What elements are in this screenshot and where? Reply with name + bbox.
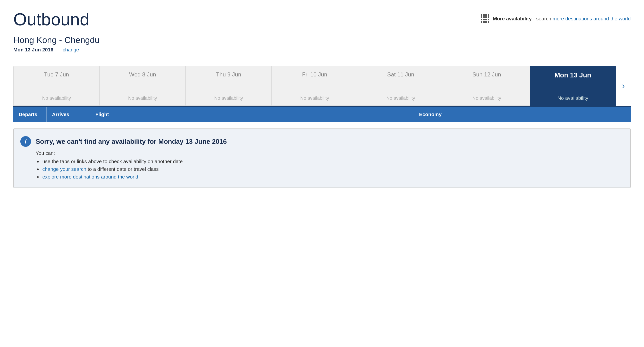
top-bar: Outbound More availability - search more… [13,10,631,29]
date-tabs-container: Tue 7 JunNo availabilityWed 8 JunNo avai… [13,66,631,106]
you-can-label: You can: [36,150,622,156]
change-search-link[interactable]: change your search [42,166,86,172]
suggestion-text-1: use the tabs or links above to check ava… [42,158,183,164]
page-container: Outbound More availability - search more… [0,0,644,347]
date-tab-6[interactable]: Sun 12 JunNo availability [444,66,530,106]
no-avail-title: Sorry, we can't find any availability fo… [36,138,227,145]
tab-date-label-5: Sat 11 Jun [387,71,414,78]
page-title: Outbound [13,10,89,29]
route-name: Hong Kong - Chengdu [13,35,631,45]
col-departs: Departs [13,107,47,122]
col-economy: Economy [230,107,631,122]
date-tab-2[interactable]: Wed 8 JunNo availability [99,66,185,106]
suggestion-item-1: use the tabs or links above to check ava… [42,158,622,164]
selected-date: Mon 13 Jun 2016 [13,47,53,52]
suggestion-list: use the tabs or links above to check ava… [36,158,622,180]
tab-date-label-1: Tue 7 Jun [44,71,69,78]
suggestion-item-3: explore more destinations around the wor… [42,174,622,180]
tab-avail-label-6: No availability [472,95,501,101]
separator: | [57,47,59,52]
tab-date-label-6: Sun 12 Jun [472,71,501,78]
no-availability-box: i Sorry, we can't find any availability … [13,128,631,188]
change-link[interactable]: change [63,47,79,52]
tab-avail-label-5: No availability [386,95,415,101]
col-arrives: Arrives [47,107,90,122]
more-destinations-link[interactable]: more destinations around the world [553,16,631,21]
next-arrow[interactable]: › [616,66,631,106]
date-tab-7[interactable]: Mon 13 JunNo availability [530,66,616,106]
tab-date-label-4: Fri 10 Jun [302,71,327,78]
date-tabs: Tue 7 JunNo availabilityWed 8 JunNo avai… [13,66,616,106]
date-line: Mon 13 Jun 2016 | change [13,47,631,52]
flight-table-header: Departs Arrives Flight Economy [13,106,631,122]
more-availability-text: More availability - search more destinat… [493,16,631,21]
tab-avail-label-2: No availability [128,95,157,101]
explore-destinations-link[interactable]: explore more destinations around the wor… [42,174,138,180]
tab-date-label-2: Wed 8 Jun [129,71,156,78]
no-avail-header: i Sorry, we can't find any availability … [20,136,622,147]
no-avail-body: You can: use the tabs or links above to … [36,150,622,180]
date-tab-1[interactable]: Tue 7 JunNo availability [13,66,99,106]
tab-avail-label-3: No availability [214,95,243,101]
date-tab-3[interactable]: Thu 9 JunNo availability [185,66,271,106]
more-availability-section: More availability - search more destinat… [481,14,631,23]
grid-icon [481,14,489,23]
info-icon: i [20,136,31,147]
tab-date-label-3: Thu 9 Jun [216,71,241,78]
suggestion-item-2: change your search to a different date o… [42,166,622,172]
col-flight: Flight [90,107,230,122]
tab-avail-label-1: No availability [42,95,71,101]
tab-date-label-7: Mon 13 Jun [554,71,591,79]
tab-avail-label-4: No availability [300,95,329,101]
suggestion-text-2-after: to a different date or travel class [86,166,159,172]
date-tab-5[interactable]: Sat 11 JunNo availability [358,66,444,106]
date-tab-4[interactable]: Fri 10 JunNo availability [271,66,357,106]
tab-avail-label-7: No availability [557,95,588,101]
route-info: Hong Kong - Chengdu Mon 13 Jun 2016 | ch… [13,35,631,52]
